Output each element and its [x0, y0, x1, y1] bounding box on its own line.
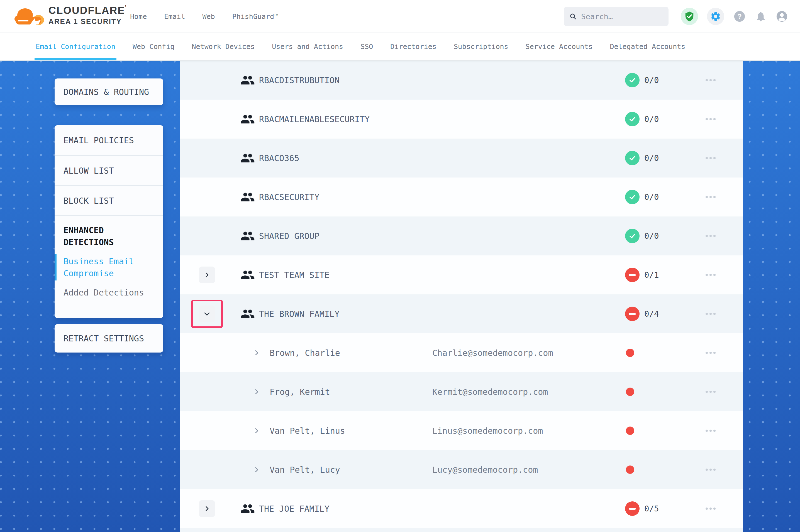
group-name: RBACO365: [259, 153, 299, 163]
ellipsis-dot: [706, 352, 708, 354]
ellipsis-dot: [709, 391, 712, 393]
ellipsis-dot: [709, 430, 712, 432]
member-name: Van Pelt, Lucy: [270, 465, 340, 475]
group-people-icon-wrap: [240, 191, 255, 203]
tab-service-accounts[interactable]: Service Accounts: [526, 33, 593, 60]
table-row-member[interactable]: Frog, KermitKermit@somedemocorp.com: [180, 372, 743, 411]
group-icon: [240, 308, 255, 320]
help-button[interactable]: ?: [733, 10, 746, 23]
group-list-panel: RBACDISTRUBUTION0/0RBACMAILENABLESECURIT…: [180, 61, 743, 532]
status-dot: [626, 426, 634, 435]
table-row-group[interactable]: THE JOE FAMILY0/5: [180, 489, 743, 528]
ellipsis-dot: [706, 313, 708, 315]
member-email: Linus@somedemocorp.com: [432, 426, 543, 436]
search-box[interactable]: [564, 7, 669, 26]
table-row-group[interactable]: RBACMAILENABLESECURITY0/0: [180, 100, 743, 138]
ellipsis-dot: [713, 118, 715, 120]
status-badge: [625, 268, 639, 282]
tab-directories[interactable]: Directories: [390, 33, 436, 60]
expand-member-button[interactable]: [253, 466, 260, 473]
row-menu-button[interactable]: [703, 271, 719, 279]
table-row-group[interactable]: SHARED_GROUP0/0: [180, 216, 743, 255]
group-people-icon-wrap: [240, 152, 255, 164]
bell-icon: [755, 11, 767, 22]
row-menu-button[interactable]: [703, 76, 719, 84]
table-row-group[interactable]: TEST TEAM SITE0/1: [180, 255, 743, 294]
sidebar-item-retract-settings[interactable]: RETRACT SETTINGS: [55, 324, 163, 353]
shield-status-button[interactable]: [681, 8, 698, 25]
enhanced-detections-title: ENHANCED DETECTIONS: [55, 224, 163, 248]
tab-delegated-accounts[interactable]: Delegated Accounts: [610, 33, 685, 60]
expand-group-button[interactable]: [199, 500, 215, 517]
tab-subscriptions[interactable]: Subscriptions: [454, 33, 508, 60]
chevron-down-icon: [203, 310, 211, 318]
group-people-icon-wrap: [240, 113, 255, 125]
row-menu-button[interactable]: [703, 232, 719, 240]
check-icon: [628, 115, 636, 123]
sidebar-item-allow-list[interactable]: ALLOW LIST: [55, 155, 163, 185]
table-row-group[interactable]: RBACO3650/0: [180, 138, 743, 177]
chevron-right-icon: [204, 271, 210, 278]
notifications-button[interactable]: [755, 11, 767, 22]
row-menu-button[interactable]: [703, 505, 719, 513]
ellipsis-dot: [709, 118, 712, 120]
check-icon: [628, 154, 636, 162]
table-row-group[interactable]: RBACDISTRUBUTION0/0: [180, 61, 743, 100]
ellipsis-dot: [713, 79, 715, 81]
nav-item-home[interactable]: Home: [130, 13, 147, 21]
user-avatar-icon: [776, 10, 788, 23]
tab-sso[interactable]: SSO: [361, 33, 373, 60]
sidebar-item-label: DOMAINS & ROUTING: [63, 87, 149, 97]
tab-network-devices[interactable]: Network Devices: [192, 33, 255, 60]
nav-item-web[interactable]: Web: [202, 13, 215, 21]
group-name: THE BROWN FAMILY: [259, 309, 340, 319]
expand-member-button[interactable]: [253, 427, 260, 434]
expand-member-button[interactable]: [253, 388, 260, 395]
tab-web-config[interactable]: Web Config: [132, 33, 175, 60]
collapse-group-button[interactable]: [199, 305, 215, 322]
sidebar-item-domains-routing[interactable]: DOMAINS & ROUTING: [55, 78, 163, 105]
row-menu-button[interactable]: [703, 193, 719, 201]
ellipsis-dot: [706, 469, 708, 471]
table-row-member[interactable]: Van Pelt, LucyLucy@somedemocorp.com: [180, 450, 743, 489]
ellipsis-dot: [713, 196, 715, 198]
sidebar-item-block-list[interactable]: BLOCK LIST: [55, 185, 163, 215]
enhanced-detections-section: ENHANCED DETECTIONS Business Email Compr…: [55, 215, 163, 318]
group-name: SHARED_GROUP: [259, 231, 320, 241]
chevron-right-icon: [253, 349, 260, 357]
row-menu-button[interactable]: [703, 349, 719, 357]
status-dot: [626, 387, 634, 396]
shield-check-icon: [684, 11, 695, 22]
row-menu-button[interactable]: [703, 115, 719, 123]
expand-group-button[interactable]: [199, 267, 215, 283]
group-icon: [240, 113, 255, 125]
table-row-member[interactable]: Van Pelt, LinusLinus@somedemocorp.com: [180, 411, 743, 450]
sidebar-item-email-policies[interactable]: EMAIL POLICIES: [55, 125, 163, 155]
row-menu-button[interactable]: [703, 388, 719, 396]
status-count: 0/0: [644, 231, 659, 241]
account-button[interactable]: [776, 10, 788, 23]
sidebar-policies-card: EMAIL POLICIESALLOW LISTBLOCK LIST ENHAN…: [55, 125, 163, 318]
sidebar-item-added-detections[interactable]: Added Detections: [55, 287, 163, 299]
nav-item-phishguard[interactable]: PhishGuard™: [232, 13, 278, 21]
tab-email-configuration[interactable]: Email Configuration: [36, 33, 115, 60]
tab-users-and-actions[interactable]: Users and Actions: [272, 33, 343, 60]
row-menu-button[interactable]: [703, 427, 719, 435]
nav-item-email[interactable]: Email: [164, 13, 185, 21]
ellipsis-dot: [706, 196, 708, 198]
table-row-group[interactable]: RBACSECURITY0/0: [180, 177, 743, 216]
ellipsis-dot: [709, 469, 712, 471]
settings-button[interactable]: [707, 8, 724, 25]
check-icon: [628, 193, 636, 201]
search-input[interactable]: [581, 12, 663, 21]
ellipsis-dot: [706, 274, 708, 276]
group-people-icon-wrap: [240, 269, 255, 281]
row-menu-button[interactable]: [703, 466, 719, 474]
row-menu-button[interactable]: [703, 310, 719, 318]
group-icon: [240, 502, 255, 515]
sidebar-item-business-email-compromise[interactable]: Business Email Compromise: [55, 255, 163, 279]
expand-member-button[interactable]: [253, 349, 260, 357]
table-row-group[interactable]: THE BROWN FAMILY0/4: [180, 294, 743, 333]
row-menu-button[interactable]: [703, 154, 719, 162]
table-row-member[interactable]: Brown, CharlieCharlie@somedemocorp.com: [180, 333, 743, 372]
